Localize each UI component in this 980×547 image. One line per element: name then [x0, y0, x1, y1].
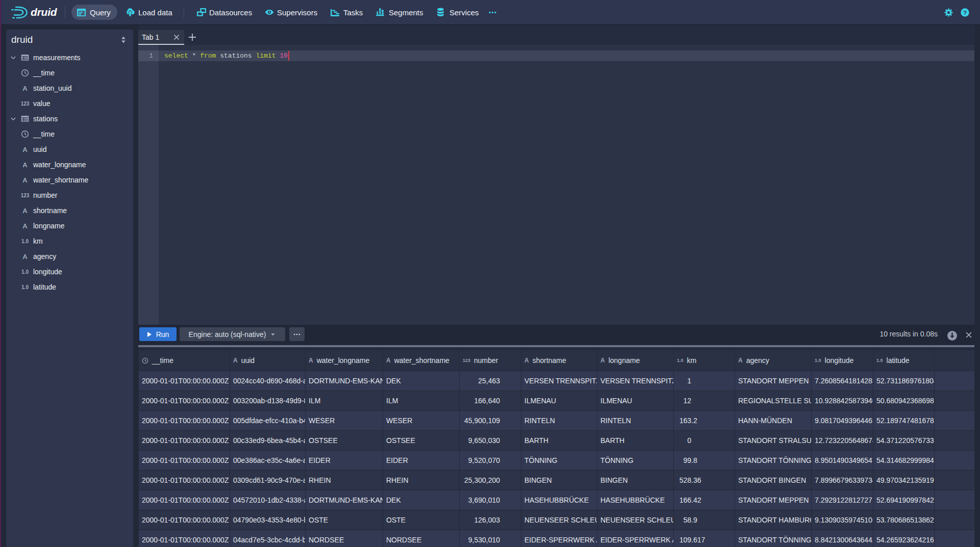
svg-text:?: ? [963, 9, 967, 15]
